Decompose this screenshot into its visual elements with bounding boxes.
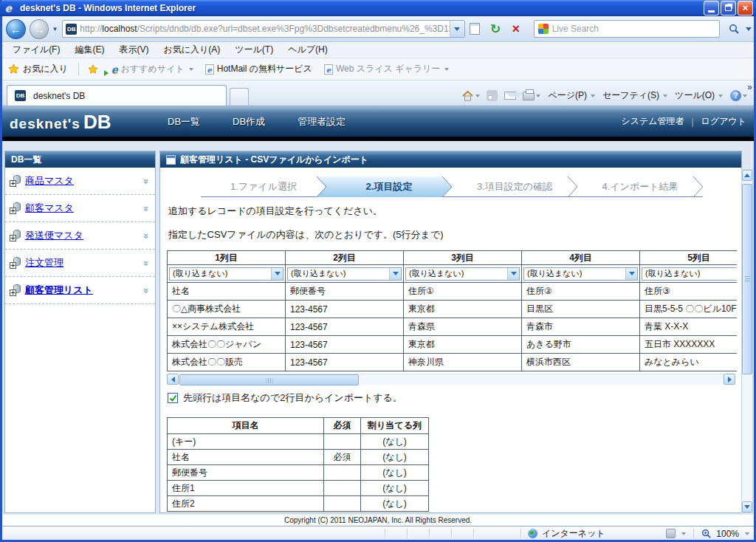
- chevron-down-icon: [475, 95, 480, 97]
- sidebar-title: DB一覧: [11, 154, 41, 166]
- first-row-checkbox[interactable]: [168, 393, 178, 403]
- history-dropdown-icon[interactable]: ▼: [52, 26, 58, 32]
- read-mail-button[interactable]: [502, 90, 518, 101]
- horizontal-scrollbar[interactable]: [167, 374, 735, 385]
- sidebar-item-link[interactable]: 商品マスタ: [25, 174, 74, 188]
- sidebar-item[interactable]: +商品マスタ»: [5, 168, 155, 195]
- back-button[interactable]: ←: [6, 19, 26, 39]
- double-chevron-down-icon[interactable]: »: [141, 287, 152, 292]
- csv-select-row: (取り込まない)(取り込まない)(取り込まない)(取り込まない)(取り込まない): [168, 265, 738, 283]
- tab-desknets-db[interactable]: DB desknet's DB: [7, 85, 227, 106]
- new-tab-button[interactable]: [230, 88, 249, 106]
- zoom-icon[interactable]: [701, 529, 712, 539]
- help-button[interactable]: ?: [728, 89, 749, 103]
- expand-plus-icon[interactable]: +: [10, 207, 16, 214]
- arrow-up-icon: [744, 174, 750, 177]
- minimize-button[interactable]: [704, 1, 719, 16]
- app-nav-item[interactable]: DB一覧: [168, 115, 200, 128]
- sidebar-item[interactable]: +発送便マスタ»: [5, 222, 155, 250]
- sidebar-item-link[interactable]: 顧客管理リスト: [25, 284, 93, 297]
- address-field[interactable]: DB http://localhost/Scripts/dndb/db.exe?…: [62, 20, 464, 38]
- logout-link[interactable]: ログアウト: [701, 115, 746, 128]
- chevron-down-icon[interactable]: [681, 532, 686, 535]
- double-chevron-down-icon[interactable]: »: [141, 205, 152, 210]
- column-mapping-select[interactable]: (取り込まない): [287, 267, 402, 281]
- select-dropdown-button[interactable]: [507, 268, 519, 280]
- double-chevron-down-icon[interactable]: »: [141, 260, 152, 265]
- command-button[interactable]: ツール(O): [672, 88, 726, 103]
- address-bar: ← → ▼ DB http://localhost/Scripts/dndb/d…: [2, 16, 754, 42]
- search-input[interactable]: Live Search: [534, 20, 721, 38]
- select-dropdown-button[interactable]: [271, 268, 283, 280]
- expand-plus-icon[interactable]: +: [10, 262, 16, 269]
- menu-item[interactable]: ファイル(F): [5, 44, 67, 56]
- stop-button[interactable]: ×: [507, 20, 525, 38]
- search-button[interactable]: [724, 20, 743, 38]
- favorites-link[interactable]: eおすすめサイト: [106, 63, 199, 75]
- chevron-down-icon[interactable]: [745, 532, 749, 535]
- instruction-text: 指定したCSVファイルの内容は、次のとおりです。(5行分まで): [168, 228, 444, 241]
- add-favorite-button[interactable]: [82, 64, 106, 75]
- scroll-down-button[interactable]: [742, 501, 752, 512]
- compatibility-view-button[interactable]: [467, 20, 484, 38]
- expand-plus-icon[interactable]: +: [10, 235, 16, 241]
- csv-column-header: 2列目: [286, 251, 404, 265]
- close-button[interactable]: ×: [738, 1, 753, 16]
- select-dropdown-button[interactable]: [389, 268, 401, 280]
- feeds-button[interactable]: [484, 89, 500, 103]
- csv-select-cell: (取り込まない): [640, 265, 738, 283]
- ie-icon: e: [111, 64, 118, 75]
- scrollbar-thumb[interactable]: [179, 374, 359, 385]
- select-dropdown-button[interactable]: [625, 268, 637, 280]
- app-nav-item[interactable]: DB作成: [233, 115, 265, 128]
- csv-header-row: 1列目2列目3列目4列目5列目: [168, 251, 738, 265]
- column-mapping-select[interactable]: (取り込まない): [169, 267, 284, 281]
- scrollbar-track[interactable]: [179, 374, 724, 385]
- sidebar-item-link[interactable]: 顧客マスタ: [25, 202, 74, 215]
- menu-item[interactable]: 表示(V): [111, 44, 156, 56]
- menu-item[interactable]: お気に入り(A): [156, 44, 227, 56]
- expand-plus-icon[interactable]: +: [10, 180, 16, 187]
- refresh-button[interactable]: ↻: [487, 20, 504, 38]
- address-dropdown-button[interactable]: [450, 21, 464, 37]
- forward-button[interactable]: →: [30, 19, 49, 39]
- menu-item[interactable]: ツール(T): [227, 44, 281, 56]
- restore-button[interactable]: [721, 1, 736, 16]
- sidebar-item-link[interactable]: 注文管理: [25, 256, 63, 270]
- command-bar: ページ(P)セーフティ(S)ツール(O) ?: [459, 88, 749, 103]
- favorites-link[interactable]: eWeb スライス ギャラリー: [318, 63, 455, 75]
- menu-item[interactable]: 編集(E): [67, 44, 111, 56]
- command-button[interactable]: ページ(P): [545, 88, 598, 103]
- favorites-link[interactable]: eHotMail の無料サービス: [199, 63, 318, 75]
- print-button[interactable]: [520, 90, 543, 102]
- sidebar-item[interactable]: +顧客マスタ»: [5, 195, 155, 222]
- home-button[interactable]: [459, 89, 482, 103]
- search-dropdown-button[interactable]: [743, 27, 754, 31]
- favorites-button-label: お気に入り: [23, 63, 68, 75]
- expand-plus-icon[interactable]: +: [10, 289, 16, 296]
- sidebar-item[interactable]: +顧客管理リスト»: [5, 277, 155, 304]
- sidebar-item[interactable]: +注文管理»: [5, 250, 155, 277]
- scrollbar-thumb[interactable]: [742, 184, 752, 374]
- search-placeholder: Live Search: [552, 24, 599, 34]
- command-button[interactable]: セーフティ(S): [599, 88, 670, 103]
- double-chevron-down-icon[interactable]: »: [141, 233, 152, 238]
- divider: [520, 529, 521, 538]
- vertical-scrollbar[interactable]: [741, 169, 753, 513]
- divider: [451, 529, 452, 538]
- scroll-left-button[interactable]: [167, 374, 179, 385]
- app-nav-item[interactable]: 管理者設定: [298, 115, 346, 128]
- column-mapping-select[interactable]: (取り込まない): [405, 267, 520, 281]
- main-panel: 顧客管理リスト - CSVファイルからインポート 1.ファイル選択2.項目設定3…: [159, 151, 742, 513]
- sidebar-item-link[interactable]: 発送便マスタ: [25, 229, 83, 242]
- zoom-level[interactable]: 100%: [716, 529, 739, 539]
- column-mapping-select[interactable]: (取り込まない): [523, 267, 638, 281]
- protected-mode-icon[interactable]: [666, 529, 676, 538]
- double-chevron-down-icon[interactable]: »: [141, 178, 152, 183]
- title-bar: e desknet's DB - Windows Internet Explor…: [0, 0, 756, 16]
- favorites-button[interactable]: お気に入り: [2, 63, 75, 75]
- menu-item[interactable]: ヘルプ(H): [281, 44, 335, 56]
- column-mapping-select[interactable]: (取り込まない): [642, 267, 737, 281]
- scroll-up-button[interactable]: [742, 170, 752, 181]
- scroll-right-button[interactable]: [724, 374, 735, 385]
